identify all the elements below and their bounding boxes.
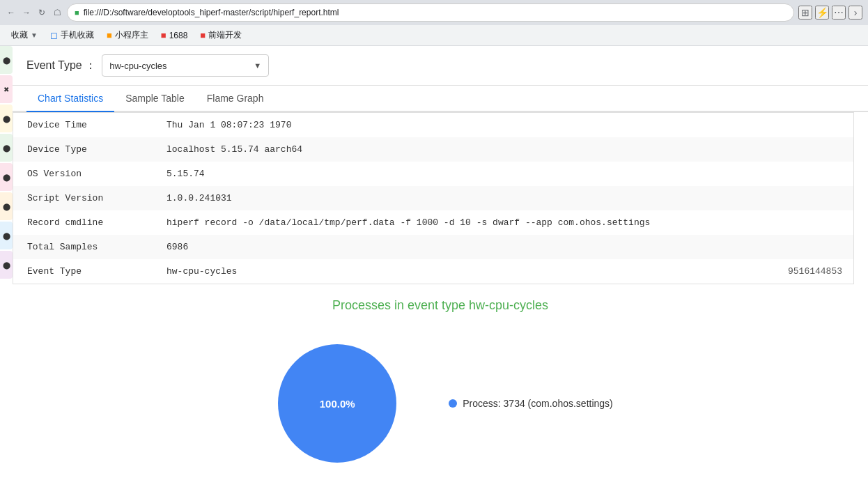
browser-actions: ⊞ ⚡ ⋯ › <box>798 6 862 20</box>
ext-icon-2[interactable]: ✖ <box>0 75 13 103</box>
record-cmdline-right <box>759 210 853 235</box>
os-version-right <box>759 162 853 186</box>
table-row: Total Samples 6986 <box>13 235 853 259</box>
legend-label-1: Process: 3734 (com.ohos.settings) <box>463 398 613 409</box>
record-cmdline-key: Record cmdline <box>13 210 153 235</box>
bookmark-mobile[interactable]: ◻ 手机收藏 <box>45 28 100 43</box>
device-type-right <box>759 137 853 162</box>
device-time-value: Thu Jan 1 08:07:23 1970 <box>153 113 759 137</box>
table-row: Script Version 1.0.0.241031 <box>13 186 853 210</box>
total-samples-key: Total Samples <box>13 235 153 259</box>
left-sidebar: ⬤ ✖ ⬤ ⬤ ⬤ ⬤ ⬤ ⬤ <box>0 46 13 279</box>
bookmark-frontend-label: 前端开发 <box>208 29 242 41</box>
record-cmdline-value: hiperf record -o /data/local/tmp/perf.da… <box>153 210 759 235</box>
browser-chrome: ← → ↻ ☖ ■ file:///D:/software/developtoo… <box>0 0 868 46</box>
device-time-key: Device Time <box>13 113 153 137</box>
event-type-right-value: 9516144853 <box>759 259 853 284</box>
script-version-key: Script Version <box>13 186 153 210</box>
ext-icon-4[interactable]: ⬤ <box>0 134 13 162</box>
os-version-key: OS Version <box>13 162 153 186</box>
bookmark-1688-label: 1688 <box>169 31 188 40</box>
chart-area: 100.0% Process: 3734 (com.ohos.settings) <box>26 334 854 473</box>
secure-icon: ■ <box>75 8 79 17</box>
event-type-cell-value: hw-cpu-cycles <box>153 259 759 284</box>
table-row: Device Type localhost 5.15.74 aarch64 <box>13 137 853 162</box>
event-type-value: hw-cpu-cycles <box>109 61 166 71</box>
frontend-icon: ■ <box>200 30 206 40</box>
chart-legend: Process: 3734 (com.ohos.settings) <box>449 398 613 409</box>
pie-slice <box>278 344 396 463</box>
info-table-container: Device Time Thu Jan 1 08:07:23 1970 Devi… <box>13 112 854 284</box>
chart-section: Processes in event type hw-cpu-cycles 10… <box>13 284 868 487</box>
bookmark-collections[interactable]: 收藏 ▼ <box>6 28 43 43</box>
ext-icon-8[interactable]: ⬤ <box>0 251 13 279</box>
back-button[interactable]: ← <box>6 7 17 18</box>
bookmark-mobile-label: 手机收藏 <box>61 29 94 41</box>
more-button[interactable]: ⋯ <box>832 6 846 20</box>
home-button[interactable]: ☖ <box>52 7 63 18</box>
bookmark-chevron-icon: ▼ <box>31 31 38 39</box>
translate-button[interactable]: ⊞ <box>798 6 812 20</box>
browser-toolbar: ← → ↻ ☖ ■ file:///D:/software/developtoo… <box>0 0 868 25</box>
ext-icon-6[interactable]: ⬤ <box>0 192 13 220</box>
chart-title: Processes in event type hw-cpu-cycles <box>26 298 854 313</box>
url-text: file:///D:/software/developtools_hiperf-… <box>84 8 339 17</box>
legend-item-1: Process: 3734 (com.ohos.settings) <box>449 398 613 409</box>
total-samples-value: 6986 <box>153 235 759 259</box>
script-version-right <box>759 186 853 210</box>
device-time-right <box>759 113 853 137</box>
1688-icon: ■ <box>161 30 166 40</box>
event-type-row: Event Type ： hw-cpu-cycles ▼ <box>13 46 868 86</box>
tabs-bar: Chart Statistics Sample Table Flame Grap… <box>13 86 868 112</box>
sidebar-toggle-button[interactable]: › <box>848 6 862 20</box>
reload-button[interactable]: ↻ <box>36 7 47 18</box>
event-type-select[interactable]: hw-cpu-cycles ▼ <box>102 54 269 77</box>
total-samples-right <box>759 235 853 259</box>
table-row: Record cmdline hiperf record -o /data/lo… <box>13 210 853 235</box>
table-row: OS Version 5.15.74 <box>13 162 853 186</box>
forward-button[interactable]: → <box>21 7 32 18</box>
pie-chart: 100.0% <box>268 334 407 473</box>
device-type-value: localhost 5.15.74 aarch64 <box>153 137 759 162</box>
legend-dot-1 <box>449 399 457 408</box>
tab-chart-statistics[interactable]: Chart Statistics <box>26 86 114 112</box>
select-arrow-icon: ▼ <box>254 61 261 70</box>
tab-sample-table[interactable]: Sample Table <box>114 86 196 112</box>
mobile-icon: ◻ <box>50 30 58 40</box>
url-bar[interactable]: ■ file:///D:/software/developtools_hiper… <box>67 3 794 22</box>
miniapp-icon: ■ <box>107 30 112 40</box>
bookmark-miniapp-label: 小程序主 <box>115 29 148 41</box>
table-row: Event Type hw-cpu-cycles 9516144853 <box>13 259 853 284</box>
ext-icon-1[interactable]: ⬤ <box>0 46 13 74</box>
pie-svg <box>268 334 407 473</box>
bookmark-1688[interactable]: ■ 1688 <box>155 29 194 42</box>
script-version-value: 1.0.0.241031 <box>153 186 759 210</box>
bookmark-collections-label: 收藏 <box>11 29 28 41</box>
bookmark-frontend[interactable]: ■ 前端开发 <box>194 28 247 43</box>
ext-icon-7[interactable]: ⬤ <box>0 222 13 249</box>
os-version-value: 5.15.74 <box>153 162 759 186</box>
ext-icon-3[interactable]: ⬤ <box>0 105 13 132</box>
bookmarks-bar: 收藏 ▼ ◻ 手机收藏 ■ 小程序主 ■ 1688 ■ 前端开发 <box>0 25 868 46</box>
event-type-key: Event Type <box>13 259 153 284</box>
event-type-label: Event Type ： <box>26 59 96 73</box>
ext-icon-5[interactable]: ⬤ <box>0 163 13 191</box>
table-row: Device Time Thu Jan 1 08:07:23 1970 <box>13 113 853 137</box>
lightning-button[interactable]: ⚡ <box>815 6 829 20</box>
device-type-key: Device Type <box>13 137 153 162</box>
main-content: Event Type ： hw-cpu-cycles ▼ Chart Stati… <box>13 46 868 487</box>
info-table: Device Time Thu Jan 1 08:07:23 1970 Devi… <box>13 113 853 284</box>
bookmark-miniapp[interactable]: ■ 小程序主 <box>101 28 154 43</box>
tab-flame-graph[interactable]: Flame Graph <box>196 86 275 112</box>
